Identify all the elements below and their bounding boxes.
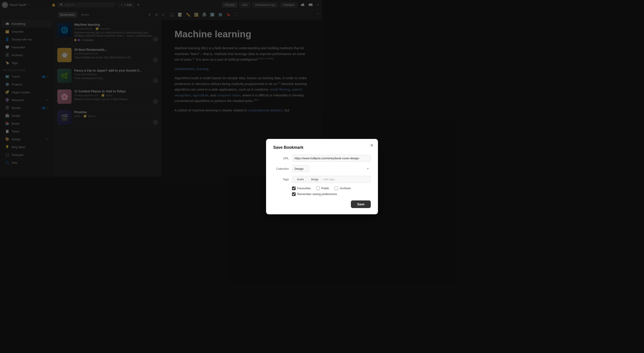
- collection-select-wrapper: DesignTravelProjectsResearchMoviesHealth…: [292, 165, 322, 172]
- modal-url-row: URL: [273, 155, 322, 162]
- modal-title: Save Bookmark: [273, 145, 322, 150]
- modal-overlay[interactable]: Save Bookmark ✕ URL Collection DesignTra…: [0, 0, 322, 176]
- modal-collection-row: Collection DesignTravelProjectsResearchM…: [273, 165, 322, 172]
- url-label: URL: [273, 156, 289, 160]
- collection-label: Collection: [273, 167, 289, 170]
- save-bookmark-modal: Save Bookmark ✕ URL Collection DesignTra…: [266, 139, 322, 177]
- tags-input-area[interactable]: booksdesignAdd tags...: [292, 176, 322, 177]
- modal-tags-row: Tags booksdesignAdd tags...: [273, 176, 322, 177]
- url-input[interactable]: [292, 155, 322, 162]
- collection-select[interactable]: DesignTravelProjectsResearchMoviesHealth…: [292, 165, 310, 172]
